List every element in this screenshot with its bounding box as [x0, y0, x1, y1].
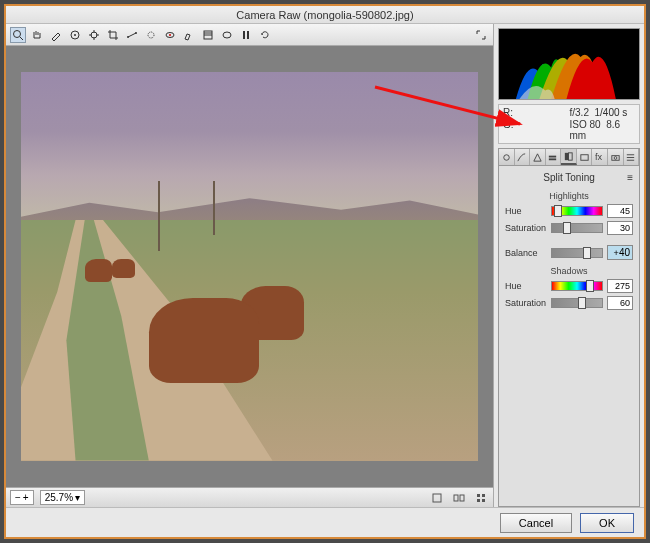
iso-value: ISO 80 8.6 mm [570, 119, 636, 141]
svg-point-3 [74, 34, 76, 36]
svg-point-7 [148, 32, 154, 38]
crop-tool[interactable] [105, 27, 121, 43]
svg-rect-25 [549, 158, 556, 160]
hl-sat-slider[interactable] [551, 223, 603, 233]
tab-curve[interactable] [515, 149, 531, 165]
svg-point-31 [614, 156, 617, 159]
tab-hsl[interactable] [546, 149, 562, 165]
hl-sat-label: Saturation [505, 223, 547, 233]
svg-rect-15 [247, 31, 249, 39]
svg-rect-19 [477, 494, 480, 497]
white-balance-tool[interactable] [48, 27, 64, 43]
panel-title: Split Toning≡ [505, 170, 633, 185]
r-label: R: [503, 107, 569, 118]
split-toning-panel: Split Toning≡ Highlights Hue 45 Saturati… [498, 166, 640, 507]
hl-hue-value[interactable]: 45 [607, 204, 633, 218]
status-icon-2[interactable] [451, 490, 467, 506]
spot-removal-tool[interactable] [143, 27, 159, 43]
histogram[interactable] [498, 28, 640, 100]
adjustment-brush-tool[interactable] [181, 27, 197, 43]
radial-filter-tool[interactable] [219, 27, 235, 43]
svg-point-0 [14, 30, 21, 37]
aperture-value: f/3.2 1/400 s [570, 107, 636, 118]
svg-rect-16 [433, 494, 441, 502]
hand-tool[interactable] [29, 27, 45, 43]
exif-info: R: f/3.2 1/400 s G: ISO 80 8.6 mm [498, 104, 640, 144]
svg-rect-20 [482, 494, 485, 497]
camera-raw-dialog: Camera Raw (mongolia-590802.jpg) −+ 25.7… [4, 4, 646, 539]
tab-detail[interactable] [530, 149, 546, 165]
sh-sat-value[interactable]: 60 [607, 296, 633, 310]
svg-point-5 [127, 36, 129, 38]
graduated-filter-tool[interactable] [200, 27, 216, 43]
hl-hue-slider[interactable] [551, 206, 603, 216]
tool-toolbar [6, 24, 493, 46]
tab-fx[interactable]: fx [592, 149, 608, 165]
image-preview[interactable] [6, 46, 493, 487]
tab-lens[interactable] [577, 149, 593, 165]
targeted-adjustment-tool[interactable] [86, 27, 102, 43]
zoom-tool[interactable] [10, 27, 26, 43]
straighten-tool[interactable] [124, 27, 140, 43]
sh-hue-label: Hue [505, 281, 547, 291]
svg-rect-22 [482, 499, 485, 502]
svg-point-9 [169, 34, 171, 36]
tab-split-toning[interactable] [561, 149, 577, 165]
shadows-label: Shadows [505, 266, 633, 276]
status-icon-1[interactable] [429, 490, 445, 506]
svg-point-6 [135, 32, 137, 34]
g-label: G: [503, 119, 569, 141]
cancel-button[interactable]: Cancel [500, 513, 572, 533]
dialog-footer: Cancel OK [6, 507, 644, 537]
svg-rect-21 [477, 499, 480, 502]
svg-rect-17 [454, 495, 458, 501]
sh-hue-value[interactable]: 275 [607, 279, 633, 293]
preferences-tool[interactable] [238, 27, 254, 43]
svg-rect-18 [460, 495, 464, 501]
svg-rect-28 [580, 154, 587, 160]
color-sampler-tool[interactable] [67, 27, 83, 43]
svg-rect-26 [565, 152, 569, 159]
window-title: Camera Raw (mongolia-590802.jpg) [6, 6, 644, 24]
tab-presets[interactable] [624, 149, 640, 165]
tab-camera[interactable] [608, 149, 624, 165]
sh-sat-slider[interactable] [551, 298, 603, 308]
sh-hue-slider[interactable] [551, 281, 603, 291]
svg-rect-24 [549, 155, 556, 157]
zoom-level[interactable]: 25.7%▾ [40, 490, 85, 505]
zoom-stepper[interactable]: −+ [10, 490, 34, 505]
panel-menu-icon[interactable]: ≡ [627, 172, 633, 183]
toggle-fullscreen-icon[interactable] [473, 27, 489, 43]
svg-text:fx: fx [595, 152, 603, 162]
status-bar: −+ 25.7%▾ [6, 487, 493, 507]
svg-rect-27 [569, 152, 573, 159]
balance-label: Balance [505, 248, 547, 258]
svg-point-13 [223, 32, 231, 38]
balance-value[interactable]: +40 [607, 245, 633, 260]
redeye-tool[interactable] [162, 27, 178, 43]
sh-sat-label: Saturation [505, 298, 547, 308]
status-icon-3[interactable] [473, 490, 489, 506]
hl-sat-value[interactable]: 30 [607, 221, 633, 235]
rotate-tool[interactable] [257, 27, 273, 43]
svg-line-1 [20, 37, 23, 40]
svg-rect-14 [243, 31, 245, 39]
hl-hue-label: Hue [505, 206, 547, 216]
tab-basic[interactable] [499, 149, 515, 165]
svg-point-23 [504, 154, 510, 160]
balance-slider[interactable] [551, 248, 603, 258]
ok-button[interactable]: OK [580, 513, 634, 533]
adjustment-tabs: fx [498, 148, 640, 166]
highlights-label: Highlights [505, 191, 633, 201]
